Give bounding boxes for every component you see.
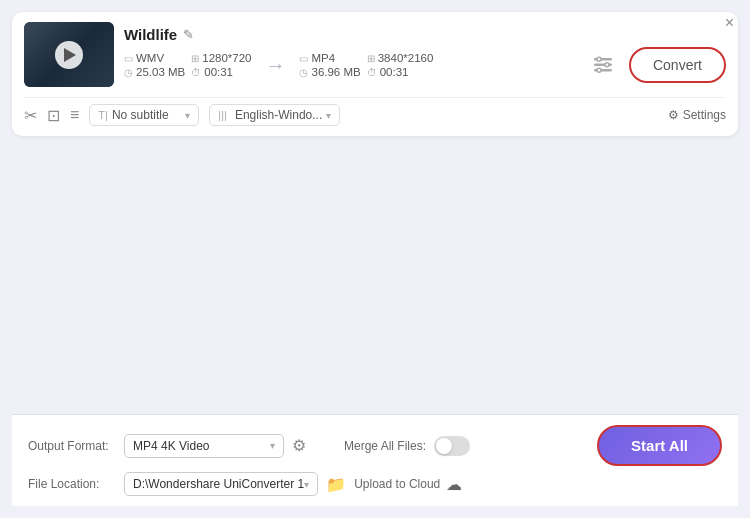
target-format-icon: ▭: [299, 53, 308, 64]
duration-icon: ⏱: [191, 67, 201, 78]
source-format: WMV: [136, 52, 164, 64]
target-duration: 00:31: [380, 66, 409, 78]
source-size-row: ◷ 25.03 MB: [124, 66, 185, 78]
file-location-select[interactable]: D:\Wondershare UniConverter 1 ▾: [124, 472, 318, 496]
target-size-row: ◷ 36.96 MB: [299, 66, 360, 78]
play-button[interactable]: [55, 41, 83, 69]
file-location-value: D:\Wondershare UniConverter 1: [133, 477, 304, 491]
merge-section: Merge All Files:: [344, 436, 470, 456]
convert-section: Convert: [585, 47, 726, 83]
cut-button[interactable]: ✂: [24, 106, 37, 125]
output-format-select[interactable]: MP4 4K Video ▾: [124, 434, 284, 458]
audio-arrow: ▾: [326, 110, 331, 121]
edit-icon[interactable]: ✎: [183, 27, 194, 42]
file-card: Wildlife ✎ ▭ WMV ◷ 25.03 MB: [12, 12, 738, 136]
target-res-icon: ⊞: [367, 53, 375, 64]
effects-button[interactable]: ≡: [70, 106, 79, 124]
output-format-row: Output Format: MP4 4K Video ▾ ⚙ Merge Al…: [28, 425, 722, 466]
source-resolution-row: ⊞ 1280*720: [191, 52, 251, 64]
target-meta: ▭ MP4 ◷ 36.96 MB: [299, 52, 360, 78]
svg-point-5: [597, 68, 601, 72]
settings-row-button[interactable]: ⚙ Settings: [668, 108, 726, 122]
settings-label: Settings: [683, 108, 726, 122]
file-title-row: Wildlife ✎: [124, 26, 726, 43]
file-location-label: File Location:: [28, 477, 116, 491]
upload-cloud-icon[interactable]: ☁: [446, 475, 462, 494]
target-detail: ⊞ 3840*2160 ⏱ 00:31: [367, 52, 434, 78]
target-format: MP4: [311, 52, 335, 64]
thumbnail: [24, 22, 114, 87]
source-resolution: 1280*720: [202, 52, 251, 64]
source-duration: 00:31: [204, 66, 233, 78]
main-container: × Wildlife ✎ ▭: [0, 0, 750, 518]
source-duration-row: ⏱ 00:31: [191, 66, 251, 78]
file-title: Wildlife: [124, 26, 177, 43]
toggle-knob: [436, 438, 452, 454]
audio-value: English-Windo...: [235, 108, 322, 122]
svg-point-4: [605, 63, 609, 67]
play-icon: [64, 48, 76, 62]
close-button[interactable]: ×: [725, 14, 734, 32]
subtitle-T-icon: T|: [98, 109, 108, 121]
source-size: 25.03 MB: [136, 66, 185, 78]
target-resolution: 3840*2160: [378, 52, 434, 64]
file-settings-icon: [592, 54, 614, 76]
file-meta-row: ▭ WMV ◷ 25.03 MB ⊞ 1280*720: [124, 47, 726, 83]
source-meta: ▭ WMV ◷ 25.03 MB: [124, 52, 185, 78]
upload-section: Upload to Cloud ☁: [354, 475, 462, 494]
file-info: Wildlife ✎ ▭ WMV ◷ 25.03 MB: [124, 26, 726, 83]
file-card-bottom: ✂ ⊡ ≡ T| No subtitle ▾ ||| English-Windo…: [24, 97, 726, 126]
file-card-top: Wildlife ✎ ▭ WMV ◷ 25.03 MB: [24, 22, 726, 87]
subtitle-select[interactable]: T| No subtitle ▾: [89, 104, 199, 126]
source-format-row: ▭ WMV: [124, 52, 185, 64]
format-icon: ▭: [124, 53, 133, 64]
subtitle-value: No subtitle: [112, 108, 181, 122]
output-format-value: MP4 4K Video: [133, 439, 210, 453]
size-icon: ◷: [124, 67, 133, 78]
start-all-button[interactable]: Start All: [597, 425, 722, 466]
subtitle-arrow: ▾: [185, 110, 190, 121]
audio-wave-icon: |||: [218, 109, 227, 121]
middle-area: [12, 136, 738, 414]
merge-label: Merge All Files:: [344, 439, 426, 453]
target-size-icon: ◷: [299, 67, 308, 78]
target-resolution-row: ⊞ 3840*2160: [367, 52, 434, 64]
output-settings-icon[interactable]: ⚙: [292, 436, 306, 455]
convert-button[interactable]: Convert: [629, 47, 726, 83]
settings-gear-icon: ⚙: [668, 108, 679, 122]
target-dur-icon: ⏱: [367, 67, 377, 78]
resolution-icon: ⊞: [191, 53, 199, 64]
target-format-row: ▭ MP4: [299, 52, 360, 64]
target-size: 36.96 MB: [311, 66, 360, 78]
folder-icon-button[interactable]: 📁: [326, 475, 346, 494]
source-detail: ⊞ 1280*720 ⏱ 00:31: [191, 52, 251, 78]
svg-point-3: [597, 57, 601, 61]
upload-label: Upload to Cloud: [354, 477, 440, 491]
audio-select[interactable]: ||| English-Windo... ▾: [209, 104, 340, 126]
file-location-arrow: ▾: [304, 479, 309, 490]
crop-button[interactable]: ⊡: [47, 106, 60, 125]
file-settings-button[interactable]: [585, 47, 621, 83]
target-duration-row: ⏱ 00:31: [367, 66, 434, 78]
output-format-arrow: ▾: [270, 440, 275, 451]
merge-toggle[interactable]: [434, 436, 470, 456]
bottom-bar: Output Format: MP4 4K Video ▾ ⚙ Merge Al…: [12, 414, 738, 506]
output-format-label: Output Format:: [28, 439, 116, 453]
arrow-icon: →: [265, 54, 285, 77]
arrow-block: →: [257, 54, 293, 77]
file-location-row: File Location: D:\Wondershare UniConvert…: [28, 472, 722, 496]
